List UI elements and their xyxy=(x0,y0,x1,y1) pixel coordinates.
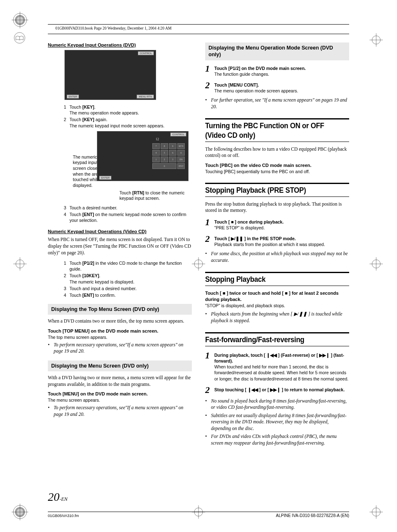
step-item: 3Touch a desired number. xyxy=(61,205,192,211)
crosshair-icon xyxy=(12,256,28,272)
steps-menu-op: 1Touch [P1/2] on the DVD mode main scree… xyxy=(205,64,349,94)
heading-top-menu: Displaying the Top Menu Screen (DVD only… xyxy=(48,304,192,315)
note-menu-op: •For further operation, see "If a menu s… xyxy=(205,97,349,110)
numbered-step: 1During playback, touch [ ❙◀◀ ] (Fast-re… xyxy=(205,351,349,382)
instr-stop-sub: "STOP" is displayed, and playback stops. xyxy=(205,303,349,308)
screenshot-menu-mode: CONTROL ENTER MENU RTN xyxy=(65,50,156,100)
regmark-icon xyxy=(12,12,28,28)
crosshair-icon xyxy=(368,256,385,272)
numbered-step: 2Touch [MENU CONT].The menu operation mo… xyxy=(205,80,349,94)
steps-pre-stop: 1Touch [ ■ ] once during playback."PRE S… xyxy=(205,217,349,248)
steps-vcd: 1Touch [P1/2] in the video CD mode to ch… xyxy=(61,260,192,298)
body-top-menu: When a DVD contains two or more titles, … xyxy=(48,318,192,325)
crosshair-icon xyxy=(190,504,207,520)
heading-menu-screen: Displaying the Menu Screen (DVD only) xyxy=(48,360,192,371)
step-item: 1Touch [P1/2] in the video CD mode to ch… xyxy=(61,260,192,272)
instr-pbc: Touch [PBC] on the video CD mode main sc… xyxy=(205,162,349,169)
step-item: 2Touch [KEY] again.The numeric keypad in… xyxy=(61,117,192,128)
steps-dvd-2: 3Touch a desired number.4Touch [ENT] on … xyxy=(61,205,192,224)
numbered-step: 2Touch [ ▶/❚❚ ] in the PRE STOP mode.Pla… xyxy=(205,234,349,247)
regmark-icon xyxy=(12,504,28,520)
heading-menu-op-mode: Displaying the Menu Operation Mode Scree… xyxy=(205,42,349,60)
crosshair-icon xyxy=(368,504,385,520)
heading-dvd-keypad: Numeric Keypad Input Operations (DVD) xyxy=(48,42,192,47)
instr-top-menu-sub: The top menu screen appears. xyxy=(48,334,192,340)
crosshair-icon xyxy=(368,32,385,48)
section-pbc: Turning the PBC Function ON or OFF (Vide… xyxy=(205,119,332,142)
section-stop: Stopping Playback xyxy=(205,273,332,286)
step-item: 2Touch [10KEY].The numeric keypad is dis… xyxy=(61,273,192,284)
numbered-step: 1Touch [P1/2] on the DVD mode main scree… xyxy=(205,64,349,77)
numbered-step: 2Stop touching [ ❙◀◀ ] or [ ▶▶❙ ] to ret… xyxy=(205,385,349,395)
note-pre-stop: •For some discs, the position at which p… xyxy=(205,251,349,264)
note-item: •No sound is played back during 8 times … xyxy=(205,398,349,411)
instr-menu: Touch [MENU] on the DVD mode main screen… xyxy=(48,391,192,397)
step-item: 3Touch and input a desired number. xyxy=(61,286,192,291)
section-ff-fr: Fast-forwarding/Fast-reversing xyxy=(205,333,332,346)
book-icon xyxy=(13,32,26,44)
instr-top-menu: Touch [TOP MENU] on the DVD mode main sc… xyxy=(48,328,192,334)
page-number: 20-EN xyxy=(48,490,67,504)
section-pre-stop: Stopping Playback (PRE STOP) xyxy=(205,184,332,196)
header-book-info: 01GB00IVAD310.book Page 20 Wednesday, De… xyxy=(55,26,374,30)
step-item: 4Touch [ENT] on the numeric keypad mode … xyxy=(61,211,192,223)
right-column: Displaying the Menu Operation Mode Scree… xyxy=(205,42,349,446)
note-top-menu: •To perform necessary operations, see"If… xyxy=(48,342,192,355)
note-item: •Subtitles are not usually displayed dur… xyxy=(205,413,349,432)
heading-vcd-keypad: Numeric Keypad Input Operations (Video C… xyxy=(48,229,192,234)
body-vcd-pbc: When PBC is turned OFF, the menu screen … xyxy=(48,236,192,256)
numbered-step: 1Touch [ ■ ] once during playback."PRE S… xyxy=(205,217,349,231)
keypad-grid: 789RTN4566123DS0ENT xyxy=(152,143,185,169)
steps-ff-fr: 1During playback, touch [ ❙◀◀ ] (Fast-re… xyxy=(205,351,349,395)
note-menu: •To perform necessary operations, see"If… xyxy=(48,405,192,418)
instr-stop: Touch [ ■ ] twice or touch and hold [ ■ … xyxy=(205,290,349,303)
body-pre-stop: Press the stop button during playback to… xyxy=(205,201,349,214)
note-item: •For DVDs and video CDs with playback co… xyxy=(205,433,349,446)
crosshair-icon xyxy=(190,256,207,272)
instr-menu-sub: The menu screen appears. xyxy=(48,397,192,403)
note-stop: •Playback starts from the beginning when… xyxy=(205,311,349,324)
footer-model: ALPINE IVA-D310 68-02278Z28-A (EN) xyxy=(276,513,349,518)
left-column: Numeric Keypad Input Operations (DVD) CO… xyxy=(48,42,192,446)
footer-filename: 01GB05IVA310.fm xyxy=(48,514,79,518)
body-pbc: The following describes how to turn a vi… xyxy=(205,146,349,159)
steps-dvd-1: 1Touch [KEY].The menu operation mode app… xyxy=(61,104,192,129)
step-item: 4Touch [ENT] to confirm. xyxy=(61,292,192,298)
step-item: 1Touch [KEY].The menu operation mode app… xyxy=(61,104,192,116)
body-menu-screen: With a DVD having two or more menus, a m… xyxy=(48,375,192,388)
screenshot-keypad: CONTROL ENTER 12 789RTN4566123DS0ENT xyxy=(97,131,189,181)
callout-rtn: Touch [RTN] to close the numeric keypad … xyxy=(119,190,192,201)
instr-pbc-sub: Touching [PBC] sequentially turns the PB… xyxy=(205,169,349,174)
